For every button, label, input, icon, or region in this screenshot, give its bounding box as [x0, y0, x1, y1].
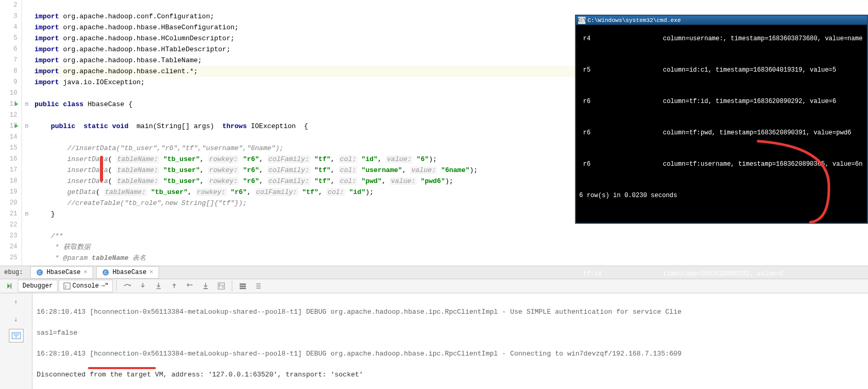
- java-class-icon: C: [102, 269, 109, 276]
- console-side-toolbar: ↑ ↓: [0, 293, 32, 389]
- run-gutter-icon[interactable]: ▶: [15, 121, 18, 132]
- debug-label: ebug:: [0, 269, 27, 276]
- evaluate-button[interactable]: fx: [214, 279, 229, 293]
- pin-button[interactable]: [251, 279, 266, 293]
- rerun-button[interactable]: [2, 279, 17, 293]
- svg-text:fx: fx: [219, 284, 224, 289]
- annotation-red-bar: [100, 156, 103, 182]
- filter-icon: [12, 332, 21, 339]
- annotation-red-underline: [88, 367, 156, 369]
- cmd-titlebar[interactable]: C:\ C:\Windows\system32\cmd.exe: [576, 16, 867, 25]
- console-tab[interactable]: Console →": [59, 280, 114, 292]
- step-out-button[interactable]: [167, 279, 182, 293]
- run-config-tab[interactable]: C HbaseCase ×: [96, 266, 159, 279]
- force-step-into-button[interactable]: [151, 279, 166, 293]
- cmd-window[interactable]: C:\ C:\Windows\system32\cmd.exe r4column…: [575, 15, 868, 224]
- cmd-output: r4column=username:, timestamp=1683603873…: [576, 25, 867, 389]
- svg-text:C: C: [38, 270, 41, 276]
- svg-rect-9: [240, 285, 246, 287]
- svg-text:C: C: [104, 270, 107, 276]
- run-gutter-icon[interactable]: ▶: [15, 99, 18, 110]
- close-icon[interactable]: ×: [84, 269, 87, 276]
- down-button[interactable]: ↓: [9, 312, 24, 326]
- close-icon[interactable]: ×: [150, 269, 153, 276]
- svg-rect-8: [240, 283, 246, 285]
- settings-button[interactable]: [235, 279, 250, 293]
- up-button[interactable]: ↑: [9, 295, 24, 309]
- fold-column[interactable]: ⊟⊟ ⊟: [22, 0, 31, 266]
- run-to-cursor-button[interactable]: [198, 279, 213, 293]
- debugger-tab[interactable]: Debugger: [18, 280, 58, 292]
- arrow-right-icon: →": [101, 282, 108, 290]
- step-into-button[interactable]: [136, 279, 150, 293]
- svg-rect-10: [240, 288, 246, 289]
- svg-rect-5: [204, 288, 208, 289]
- cmd-icon: C:\: [578, 17, 585, 24]
- line-gutter: 2 3 4 5 6 7 8 9 10 ▶11 12 ▶13 14 15 16 1…: [0, 0, 22, 266]
- cmd-title-text: C:\Windows\system32\cmd.exe: [588, 17, 681, 24]
- drop-frame-button[interactable]: [183, 279, 197, 293]
- console-icon: [63, 282, 71, 290]
- java-class-icon: C: [36, 269, 43, 276]
- step-over-button[interactable]: [120, 279, 134, 293]
- filter-button[interactable]: [9, 329, 24, 342]
- run-config-tab[interactable]: C HbaseCase ×: [30, 266, 93, 279]
- svg-rect-4: [64, 283, 70, 289]
